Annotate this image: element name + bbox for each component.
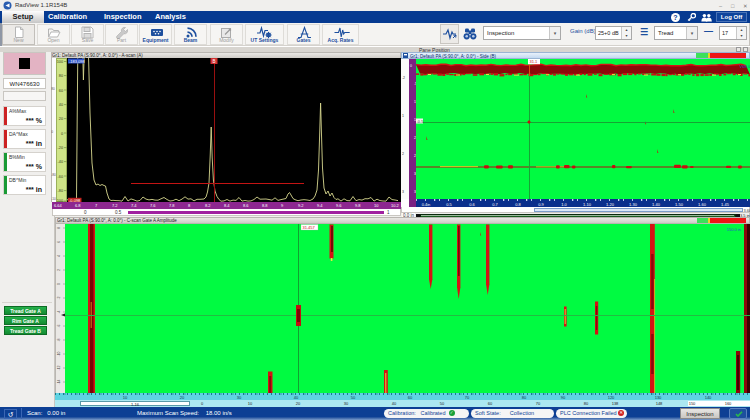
svg-text:4: 4: [57, 254, 61, 256]
svg-text:-20: -20: [58, 146, 64, 150]
svg-text:0: 0: [201, 401, 204, 406]
svg-text:1.60: 1.60: [698, 202, 707, 207]
svg-text:60: 60: [488, 401, 493, 406]
svg-text:B: B: [212, 58, 215, 63]
svg-text:-4: -4: [57, 310, 61, 313]
svg-text:100: 100: [57, 60, 63, 64]
svg-text:31.1: 31.1: [529, 59, 538, 64]
svg-text:10.2: 10.2: [391, 203, 400, 208]
svg-text:-2: -2: [57, 296, 61, 299]
svg-text:10: 10: [374, 203, 379, 208]
svg-text:8.2: 8.2: [205, 203, 211, 208]
svg-text:7.6: 7.6: [150, 203, 156, 208]
svg-text:2: 2: [402, 152, 404, 156]
svg-text:40: 40: [392, 401, 397, 406]
svg-text:80: 80: [59, 74, 63, 78]
svg-text:7: 7: [95, 203, 98, 208]
svg-text:150: 150: [689, 401, 696, 406]
svg-text:8: 8: [57, 226, 61, 228]
svg-text:50: 50: [440, 401, 445, 406]
svg-text:9.2: 9.2: [298, 203, 304, 208]
svg-text:9.8: 9.8: [355, 203, 361, 208]
svg-text:-14: -14: [57, 379, 61, 384]
svg-text:0: 0: [51, 130, 53, 134]
svg-text:6.64: 6.64: [54, 203, 63, 208]
svg-text:3: 3: [402, 190, 404, 194]
svg-text:138: 138: [612, 401, 619, 406]
svg-text:6: 6: [57, 240, 61, 242]
svg-text:10: 10: [248, 401, 253, 406]
svg-text:1: 1: [402, 114, 404, 118]
svg-text:V68.0: V68.0: [739, 63, 750, 68]
svg-text:6.8: 6.8: [75, 203, 81, 208]
svg-text:0: 0: [57, 282, 61, 284]
svg-text:1.45: 1.45: [721, 202, 730, 207]
svg-text:-183.098: -183.098: [69, 58, 86, 63]
svg-text:20: 20: [59, 117, 63, 121]
svg-text:0: 0: [61, 131, 63, 135]
svg-text:148: 148: [656, 401, 663, 406]
svg-text:9: 9: [281, 203, 284, 208]
svg-text:0.7: 0.7: [492, 202, 498, 207]
svg-text:7.2: 7.2: [112, 203, 118, 208]
svg-text:40: 40: [59, 103, 63, 107]
svg-text:-60: -60: [58, 174, 64, 178]
svg-text:8.8: 8.8: [262, 203, 268, 208]
svg-text:1.50: 1.50: [675, 202, 684, 207]
svg-text:9.6: 9.6: [336, 203, 342, 208]
svg-text:7.4: 7.4: [131, 203, 137, 208]
svg-text:-12: -12: [57, 365, 61, 370]
svg-text:60: 60: [59, 88, 63, 92]
svg-text:8: 8: [188, 203, 191, 208]
svg-text:70: 70: [536, 401, 541, 406]
svg-text:0.8: 0.8: [515, 202, 521, 207]
svg-text:-0.5: -0.5: [416, 118, 424, 123]
svg-text:0: 0: [410, 64, 412, 68]
svg-text:7.8: 7.8: [169, 203, 175, 208]
svg-text:31.457: 31.457: [303, 225, 316, 230]
svg-text:-80: -80: [58, 189, 64, 193]
svg-text:9.4: 9.4: [317, 203, 323, 208]
svg-text:2: 2: [57, 268, 61, 270]
svg-text:30: 30: [344, 401, 349, 406]
svg-text:-10: -10: [57, 351, 61, 356]
svg-text:0.9: 0.9: [538, 202, 544, 207]
svg-text:1.0: 1.0: [561, 202, 567, 207]
svg-text:0.4in: 0.4in: [421, 202, 430, 207]
svg-text:0.5: 0.5: [446, 202, 452, 207]
svg-text:-6: -6: [57, 324, 61, 327]
svg-text:.2: .2: [402, 76, 405, 80]
svg-text:1.30: 1.30: [629, 202, 638, 207]
svg-text:20: 20: [296, 401, 301, 406]
svg-text:150.0 in: 150.0 in: [727, 227, 741, 232]
svg-text:1.20: 1.20: [606, 202, 615, 207]
svg-text:8.6: 8.6: [243, 203, 249, 208]
svg-text:160: 160: [725, 401, 732, 406]
svg-text:0.6: 0.6: [469, 202, 475, 207]
svg-text:80: 80: [584, 401, 589, 406]
svg-text:8.4: 8.4: [224, 203, 230, 208]
svg-text:1.10: 1.10: [583, 202, 592, 207]
svg-text:-8: -8: [57, 338, 61, 341]
svg-text:1.40: 1.40: [652, 202, 661, 207]
svg-text:-40: -40: [58, 160, 64, 164]
svg-text:80: 80: [51, 87, 55, 91]
